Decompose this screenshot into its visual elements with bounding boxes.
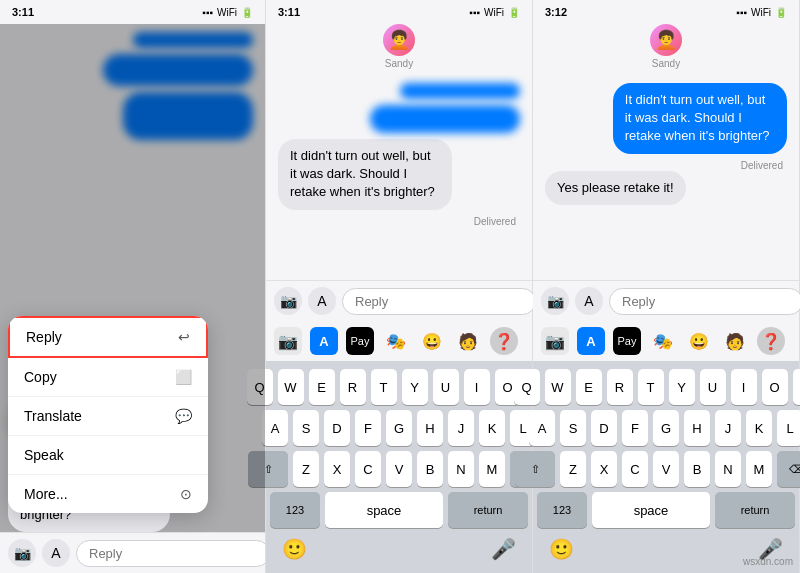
key-b[interactable]: B [417, 451, 443, 487]
input-bar-3: 📷 A 🎤 [533, 280, 799, 321]
message-input-2[interactable] [342, 288, 536, 315]
key-z[interactable]: Z [293, 451, 319, 487]
key-y-3[interactable]: Y [669, 369, 695, 405]
app-icon-photos[interactable]: 📷 [274, 327, 302, 355]
key-n[interactable]: N [448, 451, 474, 487]
key-y[interactable]: Y [402, 369, 428, 405]
delivered-3: Delivered [545, 160, 783, 171]
key-delete-3[interactable]: ⌫ [777, 451, 800, 487]
key-d-3[interactable]: D [591, 410, 617, 446]
app-icon-pay-3[interactable]: Pay [613, 327, 641, 355]
emoji-icon-3[interactable]: 🙂 [549, 537, 574, 561]
key-m[interactable]: M [479, 451, 505, 487]
camera-btn-1[interactable]: 📷 [8, 539, 36, 567]
apps-btn-1[interactable]: A [42, 539, 70, 567]
key-c-3[interactable]: C [622, 451, 648, 487]
key-d[interactable]: D [324, 410, 350, 446]
key-f-3[interactable]: F [622, 410, 648, 446]
key-k-3[interactable]: K [746, 410, 772, 446]
camera-btn-3[interactable]: 📷 [541, 287, 569, 315]
key-w[interactable]: W [278, 369, 304, 405]
key-space[interactable]: space [325, 492, 443, 528]
key-w-3[interactable]: W [545, 369, 571, 405]
key-s-3[interactable]: S [560, 410, 586, 446]
key-space-3[interactable]: space [592, 492, 710, 528]
key-c[interactable]: C [355, 451, 381, 487]
key-x-3[interactable]: X [591, 451, 617, 487]
key-shift-3[interactable]: ⇧ [515, 451, 555, 487]
key-123-3[interactable]: 123 [537, 492, 587, 528]
key-h-3[interactable]: H [684, 410, 710, 446]
key-g-3[interactable]: G [653, 410, 679, 446]
key-m-3[interactable]: M [746, 451, 772, 487]
key-e-3[interactable]: E [576, 369, 602, 405]
key-j-3[interactable]: J [715, 410, 741, 446]
app-icon-memoji[interactable]: 🧑 [454, 327, 482, 355]
key-return-3[interactable]: return [715, 492, 795, 528]
reply-icon: ↩ [178, 329, 190, 345]
key-i-3[interactable]: I [731, 369, 757, 405]
app-icon-animoji-3[interactable]: 🎭 [649, 327, 677, 355]
context-menu-translate[interactable]: Translate 💬 [8, 397, 208, 436]
key-123[interactable]: 123 [270, 492, 320, 528]
status-bar-2: 3:11 ▪▪▪ WiFi 🔋 [266, 0, 532, 24]
key-x[interactable]: X [324, 451, 350, 487]
app-icon-photos-3[interactable]: 📷 [541, 327, 569, 355]
watermark: wsxdn.com [743, 556, 793, 567]
key-b-3[interactable]: B [684, 451, 710, 487]
key-r-3[interactable]: R [607, 369, 633, 405]
app-icon-emoji-3[interactable]: 😀 [685, 327, 713, 355]
key-r[interactable]: R [340, 369, 366, 405]
app-icon-memoji-3[interactable]: 🧑 [721, 327, 749, 355]
phone-panel-1: 3:11 ▪▪▪ WiFi 🔋 ❤️ 👍 👎 😄 ‼ [0, 0, 266, 573]
app-icon-apps-3[interactable]: A [577, 327, 605, 355]
context-menu-copy[interactable]: Copy ⬜ [8, 358, 208, 397]
apps-btn-3[interactable]: A [575, 287, 603, 315]
chat-area-2: It didn't turn out well, but it was dark… [266, 75, 532, 280]
status-icons-1: ▪▪▪ WiFi 🔋 [202, 7, 253, 18]
key-row-2-3: ⇧ Z X C V B N M ⌫ [270, 451, 528, 487]
key-q-3[interactable]: Q [514, 369, 540, 405]
bottom-bar-2: 🙂 🎤 [270, 533, 528, 569]
key-z-3[interactable]: Z [560, 451, 586, 487]
key-t[interactable]: T [371, 369, 397, 405]
mic-icon-2[interactable]: 🎤 [491, 537, 516, 561]
bubble-sent-2-1 [400, 83, 520, 99]
app-icon-more[interactable]: ❓ [490, 327, 518, 355]
key-v[interactable]: V [386, 451, 412, 487]
app-icon-emoji[interactable]: 😀 [418, 327, 446, 355]
key-v-3[interactable]: V [653, 451, 679, 487]
key-i[interactable]: I [464, 369, 490, 405]
emoji-icon-2[interactable]: 🙂 [282, 537, 307, 561]
key-return[interactable]: return [448, 492, 528, 528]
app-icon-apps[interactable]: A [310, 327, 338, 355]
key-a[interactable]: A [262, 410, 288, 446]
key-n-3[interactable]: N [715, 451, 741, 487]
keyboard-2: Q W E R T Y U I O P A S D F G H J K L ⇧ … [266, 361, 532, 573]
key-k[interactable]: K [479, 410, 505, 446]
key-h[interactable]: H [417, 410, 443, 446]
key-g[interactable]: G [386, 410, 412, 446]
key-o-3[interactable]: O [762, 369, 788, 405]
key-l-3[interactable]: L [777, 410, 800, 446]
key-f[interactable]: F [355, 410, 381, 446]
message-input-1[interactable] [76, 540, 266, 567]
camera-btn-2[interactable]: 📷 [274, 287, 302, 315]
key-j[interactable]: J [448, 410, 474, 446]
key-a-3[interactable]: A [529, 410, 555, 446]
context-menu-reply[interactable]: Reply ↩ [8, 316, 208, 358]
app-icon-animoji[interactable]: 🎭 [382, 327, 410, 355]
context-menu-speak[interactable]: Speak [8, 436, 208, 475]
app-icon-more-3[interactable]: ❓ [757, 327, 785, 355]
key-p-3[interactable]: P [793, 369, 801, 405]
key-u[interactable]: U [433, 369, 459, 405]
key-e[interactable]: E [309, 369, 335, 405]
message-input-3[interactable] [609, 288, 800, 315]
key-t-3[interactable]: T [638, 369, 664, 405]
app-icon-pay[interactable]: Pay [346, 327, 374, 355]
key-s[interactable]: S [293, 410, 319, 446]
apps-btn-2[interactable]: A [308, 287, 336, 315]
copy-label: Copy [24, 369, 57, 385]
key-u-3[interactable]: U [700, 369, 726, 405]
context-menu-more[interactable]: More... ⊙ [8, 475, 208, 513]
